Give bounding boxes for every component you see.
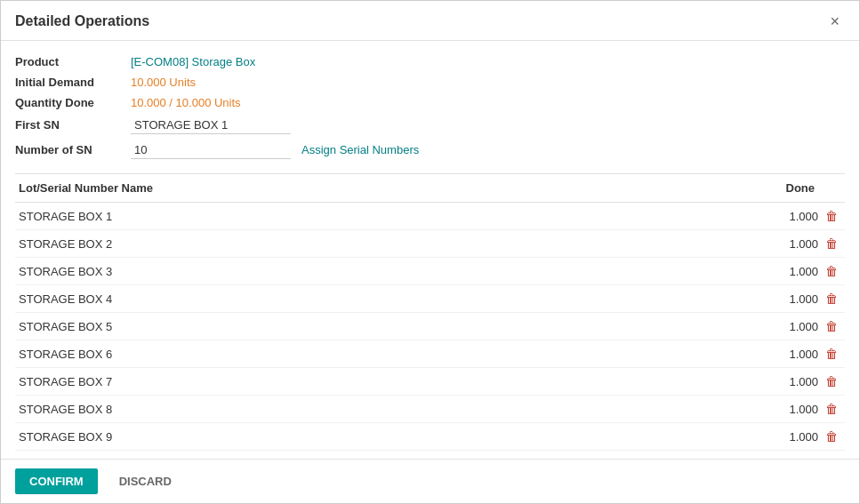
row-serial-name: STORAGE BOX 9 [19, 430, 112, 444]
delete-row-icon[interactable]: 🗑 [825, 264, 838, 278]
delete-row-icon[interactable]: 🗑 [825, 374, 838, 388]
table-body: STORAGE BOX 1 1.000 🗑 STORAGE BOX 2 1.00… [15, 203, 845, 451]
quantity-done-label: Quantity Done [15, 96, 131, 109]
first-sn-label: First SN [15, 118, 131, 132]
close-button[interactable]: × [824, 12, 845, 31]
delete-row-icon[interactable]: 🗑 [825, 429, 838, 444]
table-row: STORAGE BOX 1 1.000 🗑 [15, 203, 845, 230]
first-sn-input[interactable] [131, 116, 291, 134]
delete-row-icon[interactable]: 🗑 [825, 402, 838, 416]
modal-footer: CONFIRM DISCARD [1, 459, 859, 503]
row-right: 1.000 🗑 [783, 374, 841, 388]
table-row: STORAGE BOX 3 1.000 🗑 [15, 258, 845, 285]
modal-header: Detailed Operations × [1, 1, 859, 41]
product-row: Product [E-COM08] Storage Box [15, 55, 845, 68]
table-row: STORAGE BOX 6 1.000 🗑 [15, 340, 845, 368]
assign-serial-numbers-link[interactable]: Assign Serial Numbers [301, 143, 419, 156]
table-row: STORAGE BOX 4 1.000 🗑 [15, 285, 845, 313]
delete-row-icon[interactable]: 🗑 [825, 292, 838, 306]
form-section: Product [E-COM08] Storage Box Initial De… [1, 41, 859, 173]
delete-row-icon[interactable]: 🗑 [825, 236, 838, 251]
detailed-operations-modal: Detailed Operations × Product [E-COM08] … [0, 0, 860, 504]
number-of-sn-row: Number of SN Assign Serial Numbers [15, 141, 845, 159]
number-of-sn-input[interactable] [131, 141, 291, 159]
row-serial-name: STORAGE BOX 4 [19, 292, 112, 306]
row-right: 1.000 🗑 [783, 319, 841, 333]
row-done-value: 1.000 [783, 210, 818, 223]
table-section: Lot/Serial Number Name Done STORAGE BOX … [15, 173, 845, 459]
modal-body: Product [E-COM08] Storage Box Initial De… [1, 41, 859, 459]
col-name-header: Lot/Serial Number Name [19, 181, 153, 195]
initial-demand-row: Initial Demand 10.000 Units [15, 76, 845, 89]
discard-button[interactable]: DISCARD [105, 468, 186, 494]
row-serial-name: STORAGE BOX 2 [19, 237, 112, 251]
modal-title: Detailed Operations [15, 13, 149, 29]
row-serial-name: STORAGE BOX 5 [19, 320, 112, 333]
row-right: 1.000 🗑 [783, 429, 841, 444]
table-row: STORAGE BOX 2 1.000 🗑 [15, 230, 845, 258]
table-row: STORAGE BOX 5 1.000 🗑 [15, 313, 845, 340]
row-done-value: 1.000 [783, 375, 818, 388]
product-label: Product [15, 55, 131, 68]
row-done-value: 1.000 [783, 292, 818, 306]
row-right: 1.000 🗑 [783, 236, 841, 251]
table-row: STORAGE BOX 8 1.000 🗑 [15, 396, 845, 423]
row-right: 1.000 🗑 [783, 264, 841, 278]
row-done-value: 1.000 [783, 403, 818, 416]
table-header: Lot/Serial Number Name Done [15, 174, 845, 203]
row-done-value: 1.000 [783, 348, 818, 361]
quantity-done-row: Quantity Done 10.000 / 10.000 Units [15, 96, 845, 109]
delete-row-icon[interactable]: 🗑 [825, 209, 838, 223]
col-done-header: Done [786, 181, 816, 195]
table-row: STORAGE BOX 7 1.000 🗑 [15, 368, 845, 396]
quantity-done-value: 10.000 / 10.000 Units [131, 96, 241, 109]
table-row: STORAGE BOX 9 1.000 🗑 [15, 423, 845, 451]
row-serial-name: STORAGE BOX 3 [19, 265, 112, 278]
row-done-value: 1.000 [783, 237, 818, 251]
row-right: 1.000 🗑 [783, 402, 841, 416]
number-of-sn-label: Number of SN [15, 143, 131, 156]
first-sn-row: First SN [15, 116, 845, 134]
row-serial-name: STORAGE BOX 6 [19, 348, 112, 361]
row-done-value: 1.000 [783, 265, 818, 278]
row-right: 1.000 🗑 [783, 209, 841, 223]
row-right: 1.000 🗑 [783, 347, 841, 361]
confirm-button[interactable]: CONFIRM [15, 468, 98, 494]
row-done-value: 1.000 [783, 430, 818, 444]
initial-demand-value: 10.000 Units [131, 76, 196, 89]
row-right: 1.000 🗑 [783, 292, 841, 306]
initial-demand-label: Initial Demand [15, 76, 131, 89]
row-serial-name: STORAGE BOX 1 [19, 210, 112, 223]
row-done-value: 1.000 [783, 320, 818, 333]
row-serial-name: STORAGE BOX 7 [19, 375, 112, 388]
delete-row-icon[interactable]: 🗑 [825, 347, 838, 361]
row-serial-name: STORAGE BOX 8 [19, 403, 112, 416]
product-value[interactable]: [E-COM08] Storage Box [131, 55, 255, 68]
delete-row-icon[interactable]: 🗑 [825, 319, 838, 333]
